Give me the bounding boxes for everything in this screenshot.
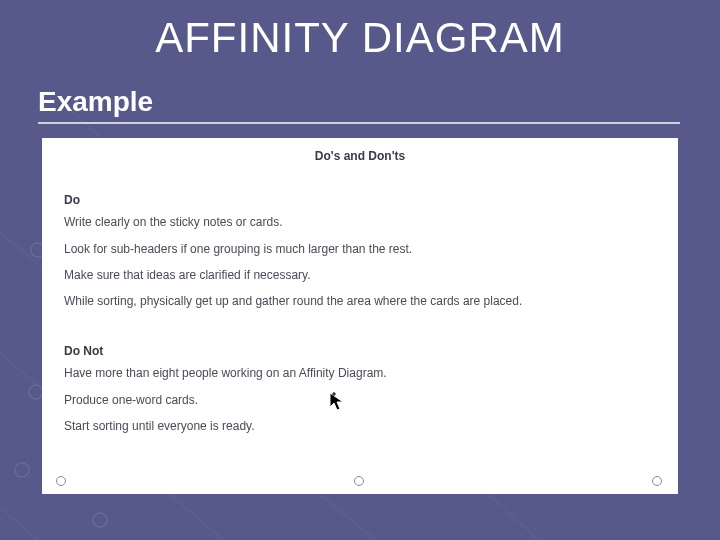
decorative-dot: [652, 476, 662, 486]
slide-subtitle: Example: [38, 86, 153, 118]
svg-point-6: [29, 385, 43, 399]
do-section-heading: Do: [64, 192, 656, 208]
svg-point-9: [93, 513, 107, 527]
do-item: Write clearly on the sticky notes or car…: [64, 214, 656, 230]
dont-item: Have more than eight people working on a…: [64, 365, 656, 381]
dont-item: Start sorting until everyone is ready.: [64, 418, 656, 434]
do-item: Make sure that ideas are clarified if ne…: [64, 267, 656, 283]
slide-title: AFFINITY DIAGRAM: [0, 14, 720, 62]
slide: AFFINITY DIAGRAM Example Do's and Don'ts…: [0, 0, 720, 540]
panel-heading: Do's and Don'ts: [64, 148, 656, 164]
dont-section-heading: Do Not: [64, 343, 656, 359]
do-item: While sorting, physically get up and gat…: [64, 293, 656, 309]
svg-point-7: [15, 463, 29, 477]
content-panel: Do's and Don'ts Do Write clearly on the …: [42, 138, 678, 494]
decorative-dot: [56, 476, 66, 486]
decorative-dot: [354, 476, 364, 486]
do-item: Look for sub-headers if one grouping is …: [64, 241, 656, 257]
title-underline: [38, 122, 680, 124]
dont-item: Produce one-word cards.: [64, 392, 656, 408]
